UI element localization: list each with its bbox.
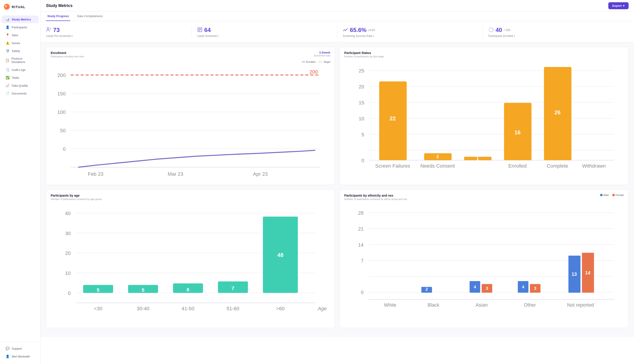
svg-text:Not reported: Not reported [567,302,594,308]
screened-icon [197,27,202,33]
male-legend-label: Male [603,194,609,196]
prescreened-info-icon: ℹ [72,35,73,38]
logo-text: RITUAL [12,5,26,9]
sidebar-item-safety[interactable]: 🛡️ Safety [2,47,39,55]
protocol-icon: 📋 [6,58,9,62]
svg-text:White: White [384,302,396,308]
sidebar-item-participants[interactable]: 👤 Participants [2,24,39,31]
metric-leads-prescreened: 73 Leads Pre-Screened ℹ [46,26,192,38]
sidebar-item-label: Tasks [12,76,19,80]
ritual-logo-icon [4,4,10,10]
sidebar-item-support[interactable]: 💬 Support [2,345,39,352]
support-icon: 💬 [6,347,10,350]
sidebar-item-label: Documents [12,92,27,95]
sidebar-item-label: Data Quality [12,84,28,87]
charts-area: Enrolment Participants enrolled over tim… [41,42,634,337]
tabs-bar: Study Progress Data Completeness [41,12,634,21]
enrolment-chart-card: Enrolment Participants enrolled over tim… [46,47,335,185]
enrolled-value: 40 [496,26,502,34]
svg-text:4: 4 [522,284,524,289]
tab-data-completeness[interactable]: Data Completeness [76,12,104,21]
legend-male: Male [600,194,609,196]
svg-text:3: 3 [534,286,536,291]
sidebar-item-documents[interactable]: 📄 Documents [2,90,39,97]
screened-label: Leads Screened [197,34,217,38]
svg-text:5: 5 [142,287,144,293]
topbar: Study Metrics Export ▾ [41,0,634,12]
ethnicity-chart-card: Participants by ethnicity and sex Number… [340,190,628,328]
svg-text:14: 14 [358,242,364,248]
svg-text:51-60: 51-60 [227,306,240,311]
sidebar-item-protocol-deviations[interactable]: 📋 Protocol Deviations [2,55,39,66]
enrolment-chart-title: Enrolment [51,51,84,55]
metric-leads-screened: 64 Leads Screened ℹ [192,26,337,38]
svg-text:7: 7 [361,258,364,264]
logo-area: RITUAL [0,0,40,14]
female-legend-label: Female [615,194,624,196]
sidebar-user-name: Meri Beckwith [12,355,30,358]
svg-text:Screen Failures: Screen Failures [375,163,410,169]
enrolment-legend: Enrolled Target [51,60,330,63]
user-icon: 👤 [6,354,10,358]
svg-text:41-50: 41-50 [182,306,194,311]
enrolled-label: Participants Enrolled [489,34,513,38]
sidebar-footer: 💬 Support 👤 Meri Beckwith [0,342,40,364]
age-chart-subtitle: Number of participants screened by age g… [51,198,330,200]
svg-text:21: 21 [358,226,364,232]
svg-text:40: 40 [65,210,71,216]
sidebar-item-study-metrics[interactable]: 📊 Study Metrics [2,16,39,23]
data-quality-icon: 📈 [6,84,10,87]
svg-point-3 [47,28,49,29]
enrolled-legend-dot [302,62,305,62]
female-legend-dot [612,194,615,196]
sidebar-item-label: Study Metrics [12,18,31,21]
issues-icon: ⚠️ [6,41,10,45]
sidebar-item-label: Participants [12,26,27,29]
sidebar-item-user[interactable]: 👤 Meri Beckwith [2,352,39,360]
svg-text:<30: <30 [94,306,103,311]
enrolment-chart-header: Enrolment Participants enrolled over tim… [51,51,330,58]
screened-value: 64 [204,26,211,34]
age-chart-svg: 40 30 20 10 0 5 5 6 [51,203,330,323]
sidebar-item-sites[interactable]: 📍 Sites [2,31,39,39]
study-metrics-icon: 📊 [6,18,10,21]
participant-status-title: Participant Status [344,51,624,55]
sidebar-item-data-quality[interactable]: 📈 Data Quality [2,82,39,89]
participants-icon: 👤 [6,26,10,29]
sidebar-item-issues[interactable]: ⚠️ Issues [2,39,39,47]
svg-text:Complete: Complete [547,163,568,169]
svg-text:0: 0 [361,290,364,295]
svg-text:100: 100 [58,109,66,115]
age-chart-header: Participants by age Number of participan… [51,194,330,200]
tab-study-progress[interactable]: Study Progress [46,12,70,21]
participant-status-chart-header: Participant Status Number of participant… [344,51,624,58]
svg-text:22: 22 [389,116,396,122]
export-button[interactable]: Export ▾ [608,2,628,9]
enrolment-rate-value: 3.3/week [314,51,330,54]
charts-row-1: Enrolment Participants enrolled over tim… [46,47,628,185]
male-legend-dot [600,194,602,196]
svg-text:Black: Black [428,302,440,308]
prescreened-icon [46,27,51,33]
legend-female: Female [612,194,624,196]
sites-icon: 📍 [6,33,10,37]
sidebar-item-tasks[interactable]: ✅ Tasks [2,74,39,82]
content-area: Study Progress Data Completeness 73 Lead… [41,12,634,364]
enrolled-suffix: / 200 [504,28,510,32]
ethnicity-legend: Male Female [600,194,624,196]
prescreened-label: Leads Pre-Screened [46,34,71,38]
svg-text:20: 20 [65,250,71,256]
svg-text:30-40: 30-40 [137,306,150,311]
ethnicity-chart-svg: 28 21 14 7 0 White 2 Black [344,203,624,319]
charts-row-2: Participants by age Number of participan… [46,190,628,328]
metrics-row: 73 Leads Pre-Screened ℹ 64 Leads Screene… [41,21,634,42]
svg-text:7: 7 [232,285,234,291]
target-legend-dot [319,62,322,62]
prescreened-value: 73 [53,26,60,34]
page-title: Study Metrics [46,3,73,8]
success-suffix: of 64 [368,28,375,32]
svg-text:5: 5 [97,287,99,293]
svg-text:25: 25 [359,68,364,74]
svg-text:Withdrawn: Withdrawn [582,163,606,169]
sidebar-item-audit-logs[interactable]: 🗒️ Audit Logs [2,66,39,74]
